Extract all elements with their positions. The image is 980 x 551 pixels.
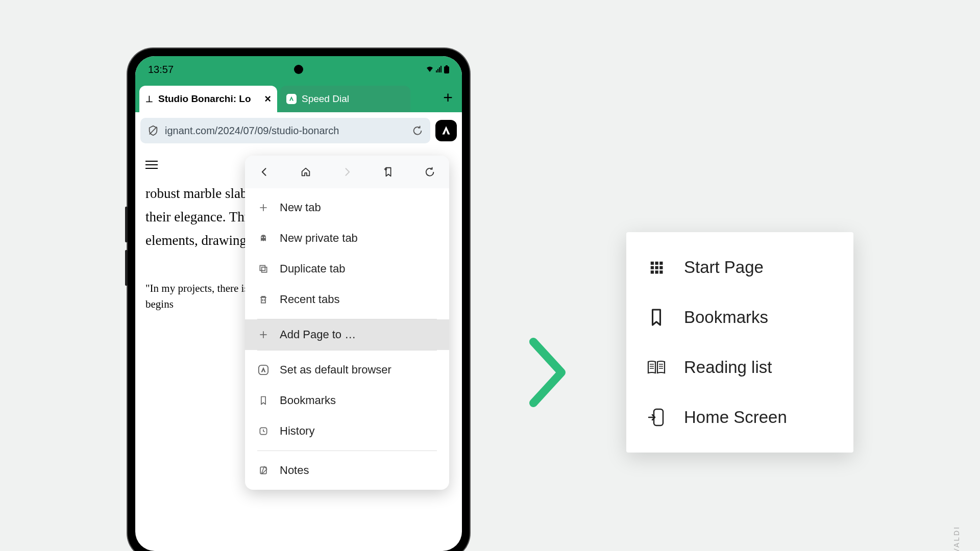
vivaldi-watermark: VIVALDI — [952, 525, 961, 551]
watermark-text: VIVALDI — [952, 525, 961, 551]
notes-icon — [257, 464, 270, 477]
menu-set-default[interactable]: Set as default browser — [245, 355, 449, 385]
submenu-start-page[interactable]: Start Page — [626, 242, 853, 292]
status-bar: 13:57 — [135, 56, 462, 83]
menu-history[interactable]: History — [245, 416, 449, 446]
vivaldi-icon — [257, 364, 270, 376]
svg-rect-1 — [437, 69, 438, 72]
submenu-add-page-to: Start Page Bookmarks Reading list Home S… — [626, 232, 853, 453]
submenu-label: Home Screen — [684, 408, 787, 427]
submenu-reading-list[interactable]: Reading list — [626, 342, 853, 392]
svg-rect-5 — [446, 65, 448, 66]
tab-title: Speed Dial — [302, 93, 349, 105]
menu-new-tab[interactable]: New tab — [245, 192, 449, 223]
home-icon[interactable] — [299, 165, 313, 179]
svg-rect-28 — [659, 266, 663, 269]
volume-up-button — [125, 207, 128, 242]
svg-point-15 — [264, 237, 265, 238]
menu-duplicate-tab[interactable]: Duplicate tab — [245, 254, 449, 284]
vivaldi-icon — [286, 94, 297, 104]
plus-icon — [257, 202, 270, 214]
menu-label: Duplicate tab — [280, 262, 345, 276]
volume-down-button — [125, 250, 128, 286]
submenu-label: Reading list — [684, 358, 772, 377]
vivaldi-menu-button[interactable] — [435, 120, 457, 141]
menu-label: Set as default browser — [280, 363, 391, 377]
address-area: ignant.com/2024/07/09/studio-bonarch — [135, 112, 462, 149]
menu-label: Recent tabs — [280, 293, 339, 306]
book-icon — [647, 358, 666, 377]
svg-rect-17 — [262, 267, 267, 272]
submenu-label: Bookmarks — [684, 308, 768, 327]
svg-rect-26 — [651, 266, 654, 269]
svg-rect-16 — [260, 265, 265, 270]
duplicate-icon — [257, 263, 270, 275]
menu-notes[interactable]: Notes — [245, 455, 449, 486]
tab-favicon: ⊥ — [145, 94, 153, 105]
status-icons — [426, 65, 449, 73]
back-icon[interactable] — [257, 165, 272, 179]
menu-nav-row — [245, 156, 449, 188]
submenu-bookmarks[interactable]: Bookmarks — [626, 292, 853, 342]
reload-icon[interactable] — [423, 165, 437, 179]
submenu-home-screen[interactable]: Home Screen — [626, 392, 853, 442]
tab-speed-dial[interactable]: Speed Dial — [280, 86, 410, 112]
svg-rect-31 — [659, 270, 663, 273]
menu-recent-tabs[interactable]: Recent tabs — [245, 284, 449, 315]
svg-rect-2 — [439, 67, 440, 72]
url-text: ignant.com/2024/07/09/studio-bonarch — [165, 125, 406, 137]
arrow-icon — [526, 332, 572, 413]
signal-icon — [435, 66, 443, 73]
tab-active[interactable]: ⊥ Studio Bonarchi: Lo × — [139, 86, 277, 112]
menu-label: Bookmarks — [280, 394, 336, 407]
menu-label: Add Page to … — [280, 328, 356, 341]
menu-add-page-to[interactable]: Add Page to … — [245, 319, 449, 350]
svg-rect-0 — [436, 70, 437, 72]
plus-icon — [257, 329, 270, 341]
address-bar[interactable]: ignant.com/2024/07/09/studio-bonarch — [140, 118, 430, 143]
grid-icon — [647, 258, 666, 277]
add-to-home-icon — [647, 408, 666, 427]
new-tab-button[interactable]: + — [443, 88, 453, 107]
close-tab-icon[interactable]: × — [264, 92, 271, 106]
menu-label: New tab — [280, 201, 321, 214]
trash-icon — [257, 293, 270, 306]
tab-title: Studio Bonarchi: Lo — [158, 93, 251, 105]
menu-label: History — [280, 424, 314, 438]
status-time: 13:57 — [148, 64, 174, 76]
svg-point-14 — [261, 237, 263, 238]
context-menu: New tab New private tab Duplicate tab Re… — [245, 156, 449, 490]
clock-icon — [257, 425, 270, 437]
svg-rect-4 — [444, 66, 449, 73]
battery-icon — [444, 65, 449, 73]
menu-label: Notes — [280, 464, 309, 477]
svg-rect-3 — [440, 66, 442, 72]
bookmark-add-icon[interactable] — [381, 165, 396, 179]
shield-icon — [148, 125, 159, 136]
svg-rect-29 — [651, 270, 654, 273]
camera-hole — [294, 65, 303, 74]
menu-new-private-tab[interactable]: New private tab — [245, 223, 449, 254]
svg-rect-24 — [655, 262, 658, 265]
forward-icon — [340, 165, 354, 179]
bookmark-icon — [257, 394, 270, 407]
svg-rect-25 — [659, 262, 663, 265]
ghost-icon — [257, 232, 270, 244]
submenu-label: Start Page — [684, 258, 764, 277]
bookmark-icon — [647, 308, 666, 327]
wifi-icon — [426, 66, 434, 73]
reload-icon[interactable] — [412, 125, 423, 136]
svg-rect-27 — [655, 266, 658, 269]
menu-bookmarks[interactable]: Bookmarks — [245, 385, 449, 416]
menu-label: New private tab — [280, 232, 358, 245]
tab-bar: ⊥ Studio Bonarchi: Lo × Speed Dial + — [135, 83, 462, 112]
svg-rect-30 — [655, 270, 658, 273]
svg-rect-23 — [651, 262, 654, 265]
